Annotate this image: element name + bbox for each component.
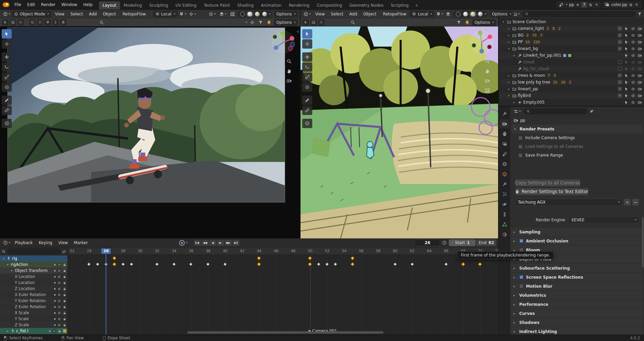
new-view-layer-icon[interactable]: [629, 3, 633, 7]
menu-object[interactable]: Object: [100, 9, 119, 19]
workspace-tab-sculpting[interactable]: Sculpting: [146, 1, 172, 9]
expand-icon[interactable]: ▾: [507, 94, 511, 97]
channel-enable-checkbox[interactable]: ✓: [57, 305, 61, 309]
channel-enable-checkbox[interactable]: ✓: [57, 293, 61, 297]
proportional-editing-toggle[interactable]: ▾: [188, 11, 197, 17]
disable-render-icon[interactable]: [638, 60, 642, 64]
tool-cursor-button[interactable]: [302, 39, 312, 49]
exclude-checkbox[interactable]: [618, 67, 622, 71]
checkbox[interactable]: [518, 153, 523, 158]
previous-keyframe-button[interactable]: ◀: [201, 240, 209, 246]
filter-icon[interactable]: [455, 19, 462, 26]
shading-material-button[interactable]: [254, 11, 261, 17]
channel-visibility-dot[interactable]: [54, 276, 56, 278]
channel-rigaction[interactable]: ▾rigAction✓: [0, 262, 67, 268]
filter-swap-icon[interactable]: ⇄: [62, 249, 66, 254]
keyframe[interactable]: [461, 262, 465, 266]
expand-icon[interactable]: ▾: [6, 263, 9, 266]
outliner-row-empty-005[interactable]: ▸Empty.005: [499, 99, 644, 106]
tool-add-cube-button[interactable]: [2, 119, 12, 128]
exclude-checkbox[interactable]: [618, 60, 622, 64]
keyframe[interactable]: [334, 262, 337, 266]
shading-solid-button[interactable]: [247, 11, 253, 17]
chevron-down-icon[interactable]: ▾: [246, 21, 247, 24]
disable-render-icon[interactable]: [638, 33, 642, 38]
hide-eye-icon[interactable]: [631, 60, 635, 64]
expand-icon[interactable]: ▸: [507, 41, 511, 44]
channel-x-scale[interactable]: X Scale✓: [0, 310, 67, 316]
channel-enable-checkbox[interactable]: ✓: [52, 329, 56, 333]
channel-visibility-dot[interactable]: [54, 288, 56, 290]
hide-eye-icon[interactable]: [631, 67, 635, 71]
properties-tab-tool[interactable]: [499, 109, 509, 118]
channel-enable-checkbox[interactable]: ✓: [57, 287, 61, 291]
exclude-checkbox[interactable]: ✓: [618, 26, 622, 31]
exclude-checkbox[interactable]: ✓: [618, 73, 622, 77]
expand-icon[interactable]: ▸: [512, 101, 516, 104]
outliner-row-cloud[interactable]: cloud: [499, 59, 644, 65]
view-layer-selector[interactable]: color.pp ✕: [602, 1, 641, 8]
mirror-toggle[interactable]: [52, 19, 59, 25]
keyframe[interactable]: [317, 262, 320, 266]
outliner-row-camera-light[interactable]: ▸camera_light282✓: [499, 25, 644, 32]
lock-icon[interactable]: [63, 323, 66, 327]
menu-select[interactable]: Select: [328, 9, 346, 19]
menu-window[interactable]: Window: [58, 0, 80, 9]
hide-eye-icon[interactable]: [631, 53, 635, 58]
selectable-icon[interactable]: [624, 87, 629, 91]
workspace-tab-scripting[interactable]: Scripting: [387, 1, 412, 9]
outliner-search-input[interactable]: [522, 11, 636, 17]
panel-curves[interactable]: ▸Curves: [511, 309, 643, 318]
channel-rig[interactable]: ▾rig: [0, 255, 67, 262]
channel-visibility-dot[interactable]: [54, 270, 56, 272]
viewport-3d-left[interactable]: ▾ Object Mode▾ ViewSelectAddObject Retop…: [0, 10, 300, 238]
viewport-canvas-right[interactable]: [301, 26, 498, 238]
hide-eye-icon[interactable]: [631, 33, 635, 38]
outliner-row-low-poly-bg-tree[interactable]: ▸low poly bg tree15162✓: [499, 79, 644, 86]
menu-render[interactable]: Render: [38, 0, 58, 9]
menu-playback[interactable]: Playback: [12, 238, 36, 247]
frame-start-field[interactable]: ‹ Start 1 ›: [449, 239, 476, 246]
outliner-row-trees-moon[interactable]: ▸trees & moon72✓: [499, 72, 644, 79]
panel-indirect-lighting[interactable]: ▸Indirect Lighting: [511, 327, 643, 335]
scene-users-badge[interactable]: 7: [581, 2, 587, 8]
keyframe[interactable]: [223, 262, 227, 266]
preset-dropdown[interactable]: Taichung AGX▾: [515, 198, 623, 206]
keyframe[interactable]: [325, 262, 329, 266]
pivot-point-button[interactable]: [249, 19, 256, 26]
search-icon[interactable]: [99, 20, 104, 25]
channel-visibility-dot[interactable]: [54, 300, 56, 302]
properties-tab-world[interactable]: [499, 160, 509, 169]
editor-type-button[interactable]: ▾: [513, 109, 522, 114]
selectable-icon[interactable]: [624, 100, 629, 105]
menu-retopoflow[interactable]: RetopoFlow: [119, 9, 149, 19]
outliner-row-lineart-bg[interactable]: ▾lineart_bg✓: [499, 45, 644, 52]
menu-select[interactable]: Select: [67, 9, 86, 19]
workspace-tab-uv-editing[interactable]: UV Editing: [172, 1, 200, 9]
expand-icon[interactable]: ▾: [501, 20, 505, 23]
hide-eye-icon[interactable]: [631, 73, 635, 78]
properties-tab-material[interactable]: [499, 230, 509, 239]
tool-annotate-button[interactable]: [302, 96, 312, 105]
panel-volumetrics[interactable]: ▸Volumetrics: [511, 291, 643, 299]
panel-screen-space-reflections[interactable]: ▸✓Screen Space Reflections: [511, 273, 643, 281]
properties-tab-constraints[interactable]: [499, 210, 509, 219]
tool-move-button[interactable]: [302, 52, 312, 62]
tool-transform-button[interactable]: [302, 82, 312, 92]
xray-toggle[interactable]: [229, 11, 236, 17]
zoom-icon[interactable]: [485, 59, 490, 64]
tool-select-button[interactable]: [2, 29, 12, 39]
selectable-icon[interactable]: [624, 60, 629, 64]
hide-eye-icon[interactable]: [631, 80, 635, 84]
shading-solid-button[interactable]: [462, 11, 469, 17]
tool-move-button[interactable]: [2, 52, 12, 62]
paint-mask-toggle[interactable]: [29, 19, 36, 25]
properties-tab-modifiers[interactable]: [499, 180, 509, 189]
keyframe[interactable]: [351, 256, 354, 260]
camera-view-icon[interactable]: [286, 78, 292, 83]
hide-eye-icon[interactable]: [631, 40, 635, 44]
properties-tab-render[interactable]: [499, 119, 509, 128]
lock-icon[interactable]: [63, 317, 66, 321]
expand-icon[interactable]: ▾: [507, 47, 511, 50]
new-scene-icon[interactable]: [589, 3, 592, 7]
